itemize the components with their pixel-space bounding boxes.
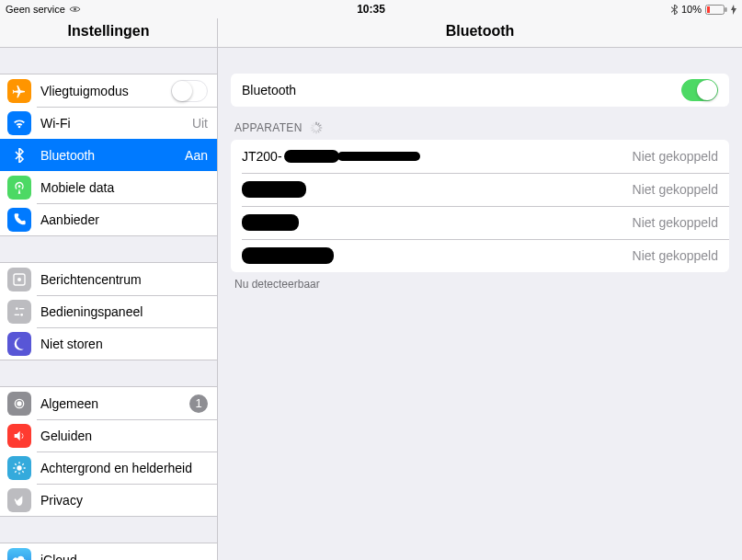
svg-line-18	[317, 131, 318, 132]
svg-point-0	[74, 8, 76, 11]
status-carrier-text: Geen service	[6, 4, 65, 15]
wifi-icon	[7, 111, 31, 135]
sidebar-item-airplane[interactable]: Vliegtuigmodus	[0, 74, 217, 107]
speaker-icon	[7, 424, 31, 448]
svg-rect-9	[15, 314, 19, 314]
device-name	[242, 247, 633, 264]
sidebar-item-dnd[interactable]: Niet storen	[0, 327, 217, 360]
status-battery-pct: 10%	[681, 4, 702, 15]
sidebar-item-badge: 1	[189, 394, 208, 413]
svg-point-11	[17, 402, 20, 405]
sidebar-item-label: Mobiele data	[40, 180, 208, 195]
svg-line-24	[314, 123, 314, 125]
sidebar-group-notifications: Berichtencentrum Bedieningspaneel Niet s…	[0, 262, 217, 360]
sidebar-item-notification-center[interactable]: Berichtencentrum	[0, 263, 217, 295]
sidebar-item-label: Geluiden	[40, 429, 208, 443]
airplane-toggle[interactable]	[171, 80, 208, 102]
devices-list: JT200- Niet gekoppeld Niet gekoppeld Nie…	[231, 140, 729, 272]
airplane-icon	[7, 79, 31, 103]
battery-icon	[705, 5, 727, 15]
svg-rect-2	[725, 7, 727, 12]
device-row[interactable]: Niet gekoppeld	[231, 206, 729, 239]
sidebar-item-label: iCloud	[40, 553, 208, 561]
sidebar-item-carrier[interactable]: Aanbieder	[0, 203, 217, 235]
bluetooth-master-group: Bluetooth	[231, 74, 729, 107]
sidebar-group-general: Algemeen 1 Geluiden Achtergrond en helde…	[0, 386, 217, 517]
device-row[interactable]: JT200- Niet gekoppeld	[231, 140, 729, 173]
sidebar-item-label: Algemeen	[40, 396, 189, 411]
hand-icon	[7, 488, 31, 512]
notification-center-icon	[7, 268, 31, 291]
sidebar-item-value: Uit	[192, 116, 208, 131]
svg-line-23	[312, 125, 314, 126]
brightness-icon	[7, 456, 31, 480]
sidebar-item-bluetooth[interactable]: Bluetooth Aan	[0, 139, 217, 171]
settings-sidebar: Instellingen Vliegtuigmodus Wi-Fi Uit	[0, 18, 218, 560]
control-center-icon	[7, 300, 31, 324]
device-name	[242, 181, 633, 198]
svg-rect-7	[19, 308, 24, 309]
sidebar-title: Instellingen	[0, 18, 217, 48]
sidebar-item-label: Berichtencentrum	[40, 272, 208, 287]
device-status: Niet gekoppeld	[633, 248, 718, 263]
status-bar: Geen service 10:35 10%	[0, 0, 742, 18]
redacted-text	[242, 214, 299, 231]
svg-point-8	[20, 314, 23, 316]
svg-rect-3	[707, 6, 710, 13]
sidebar-item-cellular[interactable]: Mobiele data	[0, 171, 217, 203]
gear-icon	[7, 392, 31, 416]
bluetooth-master-row[interactable]: Bluetooth	[231, 74, 729, 107]
moon-icon	[7, 332, 31, 356]
bluetooth-toggle[interactable]	[681, 79, 718, 101]
redacted-text	[242, 181, 306, 198]
device-row[interactable]: Niet gekoppeld	[231, 173, 729, 206]
redacted-text	[284, 150, 339, 163]
status-time: 10:35	[357, 3, 385, 16]
redacted-text	[242, 247, 334, 264]
sidebar-item-sounds[interactable]: Geluiden	[0, 419, 217, 451]
sidebar-item-label: Bedieningspaneel	[40, 304, 208, 319]
sidebar-item-label: Bluetooth	[40, 148, 185, 163]
sidebar-item-privacy[interactable]: Privacy	[0, 484, 217, 516]
phone-icon	[7, 208, 31, 232]
sidebar-item-control-center[interactable]: Bedieningspaneel	[0, 295, 217, 327]
svg-point-12	[17, 465, 21, 470]
device-row[interactable]: Niet gekoppeld	[231, 239, 729, 272]
charging-icon	[731, 5, 736, 15]
spinner-icon	[310, 121, 323, 134]
sidebar-item-wallpaper[interactable]: Achtergrond en helderheid	[0, 451, 217, 484]
svg-line-15	[319, 125, 321, 126]
sidebar-item-label: Niet storen	[40, 337, 208, 351]
bluetooth-status-icon	[671, 5, 678, 15]
devices-section-footer: Nu detecteerbaar	[231, 272, 729, 296]
device-status: Niet gekoppeld	[633, 182, 718, 197]
svg-line-20	[314, 131, 314, 132]
antenna-icon	[7, 176, 31, 200]
device-status: Niet gekoppeld	[633, 215, 718, 230]
redacted-text	[337, 152, 420, 161]
bluetooth-icon	[7, 143, 31, 167]
sidebar-item-label: Achtergrond en helderheid	[40, 461, 208, 475]
devices-section-header: APPARATEN	[231, 107, 729, 140]
svg-point-6	[16, 307, 18, 310]
sidebar-item-label: Wi-Fi	[40, 116, 192, 131]
svg-line-17	[319, 130, 321, 131]
sidebar-item-icloud[interactable]: iCloud	[0, 543, 217, 560]
cloud-icon	[7, 548, 31, 561]
sidebar-item-label: Vliegtuigmodus	[40, 84, 171, 98]
detail-pane: Bluetooth Bluetooth APPARATEN	[218, 18, 742, 560]
svg-point-5	[17, 278, 21, 281]
svg-line-21	[312, 130, 314, 131]
sidebar-group-connectivity: Vliegtuigmodus Wi-Fi Uit Bluetooth Aan	[0, 74, 217, 236]
device-status: Niet gekoppeld	[633, 149, 718, 164]
sidebar-item-label: Aanbieder	[40, 212, 208, 227]
bluetooth-master-label: Bluetooth	[242, 83, 681, 97]
sidebar-group-icloud: iCloud	[0, 543, 217, 560]
detail-title: Bluetooth	[218, 18, 742, 48]
device-name: JT200-	[242, 149, 633, 164]
sidebar-item-wifi[interactable]: Wi-Fi Uit	[0, 107, 217, 139]
svg-line-14	[317, 123, 318, 125]
sidebar-item-general[interactable]: Algemeen 1	[0, 387, 217, 419]
visibility-icon	[69, 6, 81, 13]
device-name	[242, 214, 633, 231]
